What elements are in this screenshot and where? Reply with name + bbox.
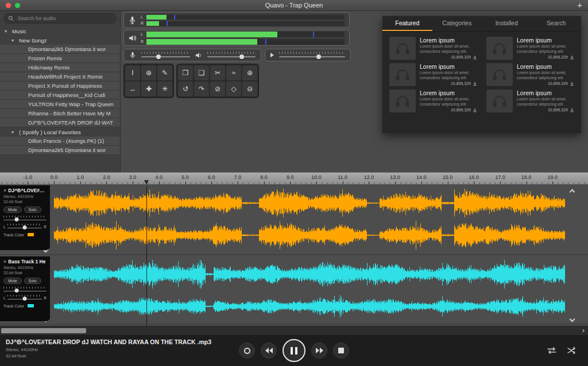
track-color-swatch[interactable] (27, 303, 34, 308)
output-meter-right-peak (265, 39, 266, 45)
mute-button[interactable]: Mute (3, 278, 22, 284)
undo-icon[interactable]: ↺ (178, 81, 193, 96)
ruler-label: 4.0 (156, 174, 163, 180)
sidebar-tree-item[interactable]: HeadsWillRoll Project X Remix (0, 72, 120, 81)
track-gain-slider[interactable] (3, 287, 47, 293)
waveform-channel-right[interactable] (51, 291, 567, 321)
close-window-button[interactable] (6, 3, 11, 8)
slider-thumb[interactable] (22, 225, 26, 229)
track-close-button[interactable]: × (3, 259, 6, 264)
store-item[interactable]: Lorem ipsum Lorem ipsum dolor sit amet, … (389, 37, 477, 60)
download-icon[interactable] (570, 108, 574, 112)
store-item-title: Lorem ipsum (420, 37, 477, 44)
playback-rate-box (265, 49, 351, 61)
track-gain-slider[interactable] (3, 216, 47, 221)
ruler-label: 19.0 (548, 174, 558, 180)
slider-thumb[interactable] (316, 54, 321, 59)
sidebar-tree-item[interactable]: ▾ ( Spotify ) Local Favorites (0, 127, 120, 137)
download-icon[interactable] (473, 81, 477, 86)
solo-button[interactable]: Solo (24, 278, 41, 284)
store-item-description: Lorem ipsum dolor sit amet, consectetur … (517, 71, 574, 81)
pan-right-label: R (44, 296, 47, 300)
slider-thumb[interactable] (22, 297, 26, 301)
track-pan-slider[interactable] (7, 295, 42, 301)
waveform-channel-right[interactable] (51, 220, 567, 250)
headphones-icon (492, 95, 507, 107)
track-color-swatch[interactable] (27, 232, 34, 237)
mute-button[interactable]: Mute (3, 207, 22, 213)
slider-thumb[interactable] (14, 217, 18, 221)
zoom-window-button[interactable] (15, 3, 20, 8)
playhead-marker[interactable] (144, 180, 149, 185)
shuffle-icon[interactable] (566, 346, 579, 355)
store-item[interactable]: Lorem ipsum Lorem ipsum dolor sit amet, … (389, 89, 477, 112)
loop-region-icon[interactable]: ◇ (226, 81, 241, 96)
zoom-out-icon[interactable]: ⊖ (242, 81, 257, 96)
fast-forward-button[interactable] (311, 342, 327, 359)
horizontal-scrollbar[interactable]: › (0, 326, 588, 335)
sidebar-tree-item[interactable]: DJ^B^LOVE#TEAR DROP dJ WAT (0, 118, 120, 127)
waveform-channel-left[interactable] (51, 259, 567, 289)
cut-icon[interactable]: ✂ (210, 65, 225, 80)
track-close-button[interactable]: × (3, 188, 6, 193)
sidebar-tree-item[interactable]: Djmontana2k5 Djmontana it wor (0, 146, 120, 155)
slider-thumb[interactable] (156, 54, 161, 59)
output-volume-slider[interactable] (207, 51, 256, 59)
erase-icon[interactable]: ⊘ (210, 81, 225, 96)
play-icon[interactable] (270, 53, 274, 57)
store-item[interactable]: Lorem ipsum Lorem ipsum dolor sit amet, … (486, 37, 574, 60)
store-tab-featured[interactable]: Featured (382, 16, 432, 31)
search-box[interactable] (3, 13, 117, 24)
sidebar-tree-item[interactable]: YULTRON Fetty Wap - Trap Queen (0, 100, 120, 109)
sidebar-tree-item[interactable]: Dillon Francis - (4songs.PK) (1) (0, 137, 120, 146)
slider-thumb[interactable] (14, 289, 18, 293)
move-tool-icon[interactable]: ↔ (125, 81, 140, 96)
waveform-icon[interactable]: ≈ (226, 65, 241, 80)
search-input[interactable] (17, 15, 112, 22)
headphones-icon (492, 68, 507, 81)
sidebar-tree-item[interactable]: Rihanna - Bitch Better Have My M (0, 109, 120, 118)
rewind-button[interactable] (261, 342, 277, 359)
paste-icon[interactable]: ❏ (194, 65, 209, 80)
store-tab-categories[interactable]: Categories (432, 16, 482, 31)
input-gain-slider[interactable] (141, 51, 190, 59)
sidebar-tree-item[interactable]: Frozen Remix (0, 54, 120, 63)
new-tab-button[interactable]: + (577, 0, 582, 10)
sidebar-tree-item[interactable]: ▾ Music (0, 26, 120, 36)
sidebar-tree-item[interactable]: ▾ New Songz (0, 36, 120, 45)
pause-button[interactable] (283, 339, 305, 362)
envelope-tool-icon[interactable]: ✳ (157, 81, 172, 96)
stop-button[interactable] (333, 342, 349, 359)
sidebar-tree-item[interactable]: Djmontana2k5 Djmontana it wor (0, 45, 120, 54)
sidebar-tree-item[interactable]: Project X Pursuit of Happiness (0, 81, 120, 91)
selection-tool-icon[interactable]: I (125, 65, 140, 80)
download-icon[interactable] (473, 55, 477, 60)
crosshair-tool-icon[interactable]: ✚ (141, 81, 156, 96)
store-tab-search[interactable]: Search (532, 16, 582, 31)
copy-icon[interactable]: ❐ (178, 65, 193, 80)
redo-icon[interactable]: ↷ (194, 81, 209, 96)
playback-rate-slider[interactable] (279, 51, 345, 59)
slider-thumb[interactable] (239, 54, 244, 59)
download-icon[interactable] (570, 55, 574, 60)
repeat-icon[interactable] (546, 346, 558, 355)
zoom-tool-icon[interactable]: ⊕ (141, 65, 156, 80)
store-item[interactable]: Lorem ipsum Lorem ipsum dolor sit amet, … (486, 63, 574, 86)
solo-button[interactable]: Solo (24, 207, 41, 213)
record-button[interactable] (239, 342, 255, 359)
waveform-channel-left[interactable] (51, 188, 567, 218)
scroll-right-icon[interactable]: › (582, 326, 585, 334)
track-format-line1: Stereo, 44100Hz (3, 194, 47, 199)
scrollbar-handle[interactable] (1, 328, 86, 333)
store-item[interactable]: Lorem ipsum Lorem ipsum dolor sit amet, … (486, 89, 574, 112)
timeline-ruler[interactable]: -1.00.01.02.03.04.05.06.07.08.09.010.011… (0, 172, 588, 185)
sidebar-tree-item[interactable]: Pursuit of Happiness__Kid Cudi (0, 91, 120, 100)
download-icon[interactable] (473, 108, 477, 112)
pencil-tool-icon[interactable]: ✎ (157, 65, 172, 80)
zoom-in-icon[interactable]: ⊕ (242, 65, 257, 80)
sidebar-tree-item[interactable]: HideAway Remix (0, 63, 120, 72)
store-tab-installed[interactable]: Installed (482, 16, 532, 31)
track-pan-slider[interactable] (7, 224, 42, 229)
download-icon[interactable] (570, 81, 574, 86)
store-item[interactable]: Lorem ipsum Lorem ipsum dolor sit amet, … (389, 63, 477, 86)
